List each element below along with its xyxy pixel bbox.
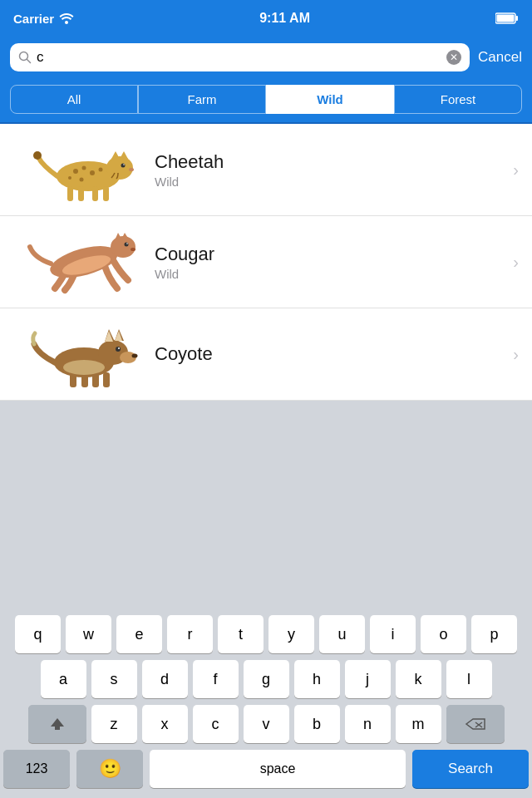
svg-marker-27 — [121, 233, 129, 239]
cheetah-image — [13, 132, 146, 207]
key-h[interactable]: h — [294, 660, 340, 698]
keyboard-row-1: q w e r t y u i o p — [3, 615, 529, 653]
chevron-right-icon: › — [513, 345, 519, 364]
key-x[interactable]: x — [142, 705, 188, 743]
svg-point-14 — [82, 166, 86, 170]
cheetah-info: Cheetah Wild — [146, 151, 506, 189]
key-b[interactable]: b — [294, 705, 340, 743]
key-q[interactable]: q — [15, 615, 61, 653]
category-tabs: All Farm Wild Forest — [0, 78, 532, 124]
svg-point-41 — [132, 354, 138, 358]
search-button[interactable]: Search — [412, 750, 529, 788]
key-emoji[interactable]: 🙂 — [76, 750, 143, 788]
animal-item-cheetah[interactable]: Cheetah Wild › — [0, 124, 532, 216]
svg-rect-44 — [92, 372, 99, 387]
status-carrier: Carrier — [13, 12, 74, 26]
cougar-info: Cougar Wild — [146, 244, 506, 281]
svg-point-18 — [99, 168, 103, 172]
key-p[interactable]: p — [471, 615, 517, 653]
cancel-button[interactable]: Cancel — [478, 49, 522, 66]
svg-marker-8 — [111, 151, 120, 159]
key-k[interactable]: k — [396, 660, 441, 698]
svg-rect-22 — [103, 186, 109, 201]
svg-rect-3 — [497, 15, 515, 22]
svg-point-30 — [131, 248, 135, 251]
keyboard-row-3: z x c v b n m — [3, 705, 529, 743]
svg-point-0 — [65, 21, 68, 24]
chevron-right-icon: › — [513, 160, 519, 180]
animal-list: Cheetah Wild › — [0, 124, 532, 401]
svg-point-15 — [90, 170, 95, 175]
svg-point-10 — [121, 164, 126, 168]
emoji-icon: 🙂 — [99, 758, 121, 780]
keyboard-row-2: a s d f g h j k l — [3, 660, 529, 698]
key-w[interactable]: w — [66, 615, 111, 653]
clear-button[interactable]: ✕ — [446, 50, 461, 65]
cougar-category: Wild — [155, 267, 506, 281]
search-label: Search — [448, 761, 493, 777]
key-l[interactable]: l — [446, 660, 492, 698]
key-i[interactable]: i — [370, 615, 416, 653]
cheetah-name: Cheetah — [155, 151, 506, 173]
search-input-wrapper[interactable]: ✕ — [10, 43, 470, 71]
svg-rect-45 — [103, 372, 110, 387]
key-j[interactable]: j — [345, 660, 391, 698]
animal-item-coyote[interactable]: Coyote › — [0, 308, 532, 401]
svg-rect-2 — [516, 16, 519, 21]
cheetah-category: Wild — [155, 175, 506, 189]
svg-point-28 — [125, 243, 129, 247]
svg-point-11 — [123, 164, 125, 165]
status-bar: Carrier 9:11 AM — [0, 0, 532, 37]
key-u[interactable]: u — [319, 615, 365, 653]
key-z[interactable]: z — [91, 705, 137, 743]
space-label: space — [260, 761, 296, 776]
key-r[interactable]: r — [167, 615, 213, 653]
key-m[interactable]: m — [396, 705, 441, 743]
search-icon — [18, 51, 32, 64]
battery-icon — [495, 12, 519, 24]
key-space[interactable]: space — [150, 750, 406, 788]
tab-all[interactable]: All — [10, 85, 138, 114]
key-c[interactable]: c — [193, 705, 239, 743]
status-time: 9:11 AM — [259, 11, 310, 26]
svg-rect-21 — [92, 186, 98, 201]
svg-point-40 — [118, 347, 120, 349]
svg-point-17 — [68, 176, 71, 180]
tab-wild[interactable]: Wild — [266, 85, 394, 114]
key-s[interactable]: s — [91, 660, 137, 698]
svg-point-7 — [106, 156, 133, 180]
svg-point-23 — [33, 151, 42, 160]
key-o[interactable]: o — [421, 615, 466, 653]
animal-item-cougar[interactable]: Cougar Wild › — [0, 216, 532, 308]
key-shift[interactable] — [28, 705, 86, 743]
svg-point-16 — [80, 178, 84, 182]
key-y[interactable]: y — [268, 615, 314, 653]
key-numbers[interactable]: 123 — [3, 750, 70, 788]
svg-rect-42 — [70, 372, 76, 387]
svg-point-12 — [129, 168, 134, 171]
svg-point-39 — [116, 347, 121, 352]
svg-point-13 — [73, 169, 78, 174]
tab-farm[interactable]: Farm — [138, 85, 266, 114]
svg-line-5 — [27, 60, 31, 63]
key-a[interactable]: a — [41, 660, 86, 698]
key-d[interactable]: d — [142, 660, 188, 698]
svg-marker-47 — [51, 718, 64, 730]
key-delete[interactable] — [446, 705, 505, 743]
carrier-label: Carrier — [13, 12, 54, 26]
search-input[interactable] — [37, 49, 441, 66]
coyote-name: Coyote — [155, 343, 506, 365]
cougar-image — [13, 224, 146, 299]
key-e[interactable]: e — [116, 615, 162, 653]
numbers-label: 123 — [26, 761, 48, 776]
chevron-right-icon: › — [513, 253, 519, 272]
search-bar: ✕ Cancel — [0, 37, 532, 78]
key-g[interactable]: g — [244, 660, 289, 698]
key-t[interactable]: t — [218, 615, 264, 653]
key-f[interactable]: f — [193, 660, 239, 698]
wifi-icon — [59, 12, 74, 24]
key-v[interactable]: v — [244, 705, 289, 743]
tab-forest[interactable]: Forest — [394, 85, 522, 114]
key-n[interactable]: n — [345, 705, 391, 743]
svg-marker-9 — [120, 151, 128, 159]
